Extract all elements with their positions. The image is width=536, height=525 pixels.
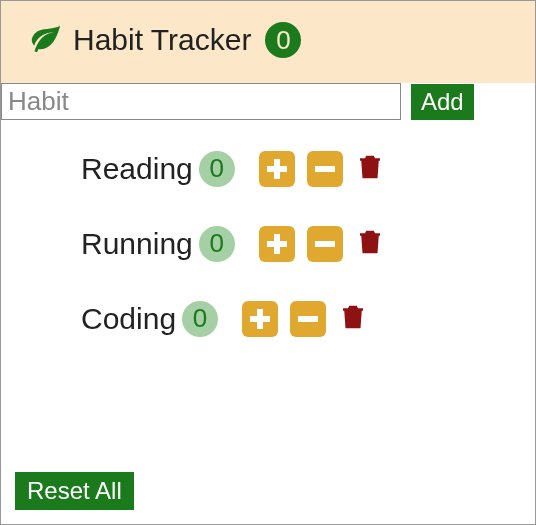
list-item: Reading 0 [81, 150, 525, 187]
habit-count-badge: 0 [182, 301, 218, 337]
trash-icon [338, 322, 368, 337]
habit-name: Reading [81, 152, 193, 186]
habit-list: Reading 0 Running 0 [1, 120, 535, 385]
reset-all-button[interactable]: Reset All [15, 472, 134, 510]
habit-controls [259, 225, 385, 262]
decrement-button[interactable] [307, 151, 343, 187]
total-count-badge: 0 [265, 22, 301, 58]
leaf-icon [29, 21, 63, 59]
habit-count-badge: 0 [199, 151, 235, 187]
page-title: Habit Tracker [73, 23, 251, 57]
app-header: Habit Tracker 0 [1, 1, 535, 83]
trash-icon [355, 172, 385, 187]
list-item: Coding 0 [81, 300, 525, 337]
increment-button[interactable] [242, 301, 278, 337]
delete-button[interactable] [355, 225, 385, 262]
increment-button[interactable] [259, 226, 295, 262]
habit-controls [259, 150, 385, 187]
decrement-button[interactable] [307, 226, 343, 262]
delete-button[interactable] [338, 300, 368, 337]
decrement-button[interactable] [290, 301, 326, 337]
habit-count-badge: 0 [199, 226, 235, 262]
list-item: Running 0 [81, 225, 525, 262]
habit-controls [242, 300, 368, 337]
habit-name: Coding [81, 302, 176, 336]
add-habit-row: Add [1, 83, 535, 120]
trash-icon [355, 247, 385, 262]
habit-name: Running [81, 227, 193, 261]
add-button[interactable]: Add [411, 84, 474, 120]
increment-button[interactable] [259, 151, 295, 187]
delete-button[interactable] [355, 150, 385, 187]
habit-input[interactable] [1, 83, 401, 120]
